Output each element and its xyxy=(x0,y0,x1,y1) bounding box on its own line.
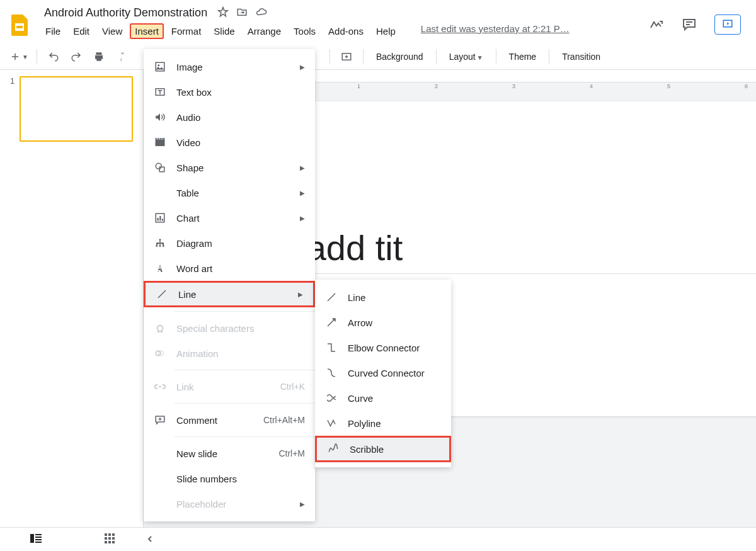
insert-diagram[interactable]: Diagram xyxy=(144,230,315,256)
svg-point-17 xyxy=(158,64,159,66)
doc-title[interactable]: Android Authority Demonstration xyxy=(40,5,211,21)
menu-addons[interactable]: Add-ons xyxy=(323,23,369,39)
animation-icon xyxy=(154,347,166,360)
redo-button[interactable] xyxy=(66,48,86,65)
svg-point-33 xyxy=(163,245,164,247)
insert-table[interactable]: Table ▶ xyxy=(144,180,315,205)
line-curved-connector[interactable]: Curved Connector xyxy=(315,360,451,385)
line-elbow[interactable]: Elbow Connector xyxy=(315,335,451,360)
comments-icon[interactable] xyxy=(682,17,697,32)
svg-rect-3 xyxy=(35,534,42,535)
insert-placeholder: Placeholder ▶ xyxy=(144,491,315,516)
svg-rect-4 xyxy=(35,537,42,538)
svg-rect-16 xyxy=(156,62,164,71)
curve-icon xyxy=(325,392,338,404)
background-button[interactable]: Background xyxy=(370,48,430,65)
undo-button[interactable] xyxy=(43,48,64,65)
menu-file[interactable]: File xyxy=(40,23,66,39)
omega-icon xyxy=(154,322,166,334)
svg-rect-28 xyxy=(159,216,161,221)
chevron-right-icon: ▶ xyxy=(300,501,305,508)
insert-line[interactable]: Line ▶ xyxy=(144,281,315,307)
chevron-right-icon: ▶ xyxy=(298,291,303,298)
layout-button[interactable]: Layout▼ xyxy=(443,48,490,65)
chevron-right-icon: ▶ xyxy=(300,164,305,171)
menu-edit[interactable]: Edit xyxy=(68,23,94,39)
svg-rect-23 xyxy=(161,139,163,140)
line-polyline[interactable]: Polyline xyxy=(315,411,451,436)
menu-slide[interactable]: Slide xyxy=(209,23,239,39)
shape-icon xyxy=(154,161,166,174)
insert-comment[interactable]: Comment Ctrl+Alt+M xyxy=(144,407,315,433)
filmstrip-view-icon[interactable] xyxy=(30,534,42,545)
line-scribble[interactable]: Scribble xyxy=(315,436,451,462)
insert-wordart[interactable]: Word art xyxy=(144,256,315,281)
theme-button[interactable]: Theme xyxy=(503,48,543,65)
slide-number: 1 xyxy=(10,76,14,142)
chevron-right-icon: ▶ xyxy=(300,215,305,222)
chevron-right-icon: ▶ xyxy=(300,64,305,71)
svg-point-32 xyxy=(159,245,161,247)
line-line[interactable]: Line xyxy=(315,285,451,310)
chevron-right-icon: ▶ xyxy=(300,190,305,196)
menu-tools[interactable]: Tools xyxy=(289,23,321,39)
cloud-icon[interactable] xyxy=(255,6,268,20)
slide-panel: 1 xyxy=(0,70,144,539)
audio-icon xyxy=(154,111,166,123)
menu-insert[interactable]: Insert xyxy=(130,23,164,39)
image-icon xyxy=(154,60,166,73)
grid-view-icon[interactable] xyxy=(105,533,115,545)
menu-format[interactable]: Format xyxy=(166,23,207,39)
activity-icon[interactable] xyxy=(649,17,664,32)
menu-bar: File Edit View Insert Format Slide Arran… xyxy=(40,21,649,44)
menu-help[interactable]: Help xyxy=(371,23,401,39)
new-slide-button[interactable]: ▼ xyxy=(8,48,30,65)
insert-shape[interactable]: Shape ▶ xyxy=(144,155,315,180)
collapse-icon[interactable] xyxy=(146,535,154,545)
line-arrow[interactable]: Arrow xyxy=(315,310,451,335)
insert-animation: Animation xyxy=(144,341,315,366)
curved-connector-icon xyxy=(325,366,338,379)
insert-video[interactable]: Video xyxy=(144,130,315,155)
last-edit-link[interactable]: Last edit was yesterday at 2:21 P… xyxy=(421,23,570,39)
svg-rect-13 xyxy=(105,541,107,543)
svg-rect-21 xyxy=(157,139,158,140)
print-button[interactable] xyxy=(89,48,109,65)
table-icon xyxy=(154,186,166,199)
textbox-icon xyxy=(154,86,166,98)
svg-rect-14 xyxy=(108,541,111,543)
svg-point-30 xyxy=(159,239,161,241)
wordart-icon xyxy=(154,262,166,275)
toolbar: ▼ Background Layout▼ Theme Transition xyxy=(0,44,756,70)
star-icon[interactable] xyxy=(217,6,229,20)
line-curve[interactable]: Curve xyxy=(315,385,451,411)
svg-rect-22 xyxy=(159,139,161,140)
elbow-icon xyxy=(325,341,338,354)
insert-new-slide[interactable]: New slide Ctrl+M xyxy=(144,441,315,466)
slide-thumbnail[interactable]: 1 xyxy=(10,76,133,142)
menu-arrange[interactable]: Arrange xyxy=(243,23,286,39)
insert-textbox[interactable]: Text box xyxy=(144,79,315,105)
svg-rect-5 xyxy=(35,539,42,540)
svg-rect-6 xyxy=(35,542,42,543)
fit-button[interactable] xyxy=(336,48,357,65)
svg-rect-27 xyxy=(158,218,159,221)
present-button[interactable] xyxy=(714,14,741,35)
svg-rect-9 xyxy=(112,533,115,536)
slide-preview[interactable] xyxy=(20,76,133,142)
slides-logo[interactable] xyxy=(8,12,33,37)
comment-icon xyxy=(154,414,166,426)
insert-image[interactable]: Image ▶ xyxy=(144,54,315,79)
svg-rect-12 xyxy=(112,537,115,540)
insert-chart[interactable]: Chart ▶ xyxy=(144,205,315,230)
line-icon xyxy=(156,288,168,300)
transition-button[interactable]: Transition xyxy=(556,48,607,65)
menu-view[interactable]: View xyxy=(97,23,127,39)
move-icon[interactable] xyxy=(236,6,248,20)
insert-audio[interactable]: Audio xyxy=(144,105,315,130)
insert-slide-numbers[interactable]: Slide numbers xyxy=(144,466,315,491)
paint-format-button[interactable] xyxy=(112,48,132,65)
svg-rect-15 xyxy=(112,541,115,543)
svg-point-24 xyxy=(156,163,161,169)
line-tool-icon xyxy=(325,291,338,304)
